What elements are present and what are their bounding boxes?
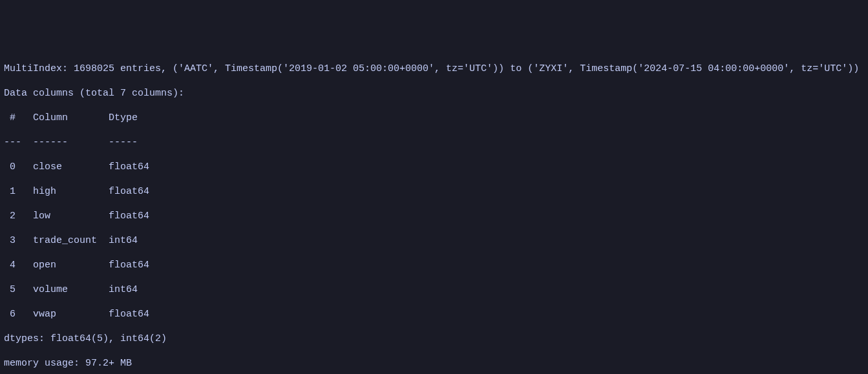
info-column-row: 6 vwap float64 xyxy=(4,308,864,320)
info-column-sep: --- ------ ----- xyxy=(4,136,864,149)
info-memory: memory usage: 97.2+ MB xyxy=(4,357,864,369)
info-column-row: 3 trade_count int64 xyxy=(4,234,864,247)
info-column-row: 1 high float64 xyxy=(4,185,864,198)
info-dtypes: dtypes: float64(5), int64(2) xyxy=(4,333,864,345)
info-column-header: # Column Dtype xyxy=(4,112,864,124)
terminal-output: MultiIndex: 1698025 entries, ('AATC', Ti… xyxy=(4,50,864,374)
info-column-row: 0 close float64 xyxy=(4,161,864,173)
info-data-columns-header: Data columns (total 7 columns): xyxy=(4,87,864,99)
info-multiindex: MultiIndex: 1698025 entries, ('AATC', Ti… xyxy=(4,63,864,75)
info-column-row: 2 low float64 xyxy=(4,210,864,222)
info-column-row: 4 open float64 xyxy=(4,259,864,271)
info-column-row: 5 volume int64 xyxy=(4,284,864,296)
